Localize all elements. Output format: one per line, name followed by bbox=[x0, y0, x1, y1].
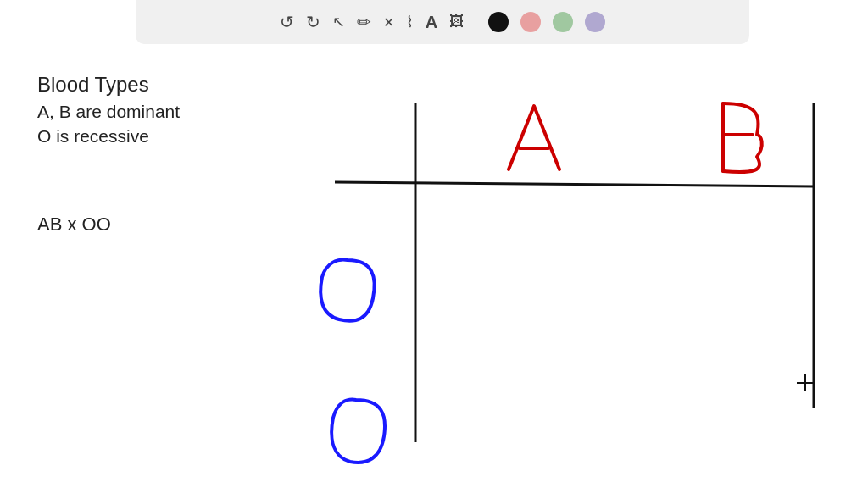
canvas-area: Blood Types A, B are dominant O is reces… bbox=[0, 44, 868, 488]
toolbar-divider bbox=[476, 12, 476, 32]
toolbar: ↺ ↻ ↖ ✏ ✕ ⌇ A 🖼 bbox=[136, 0, 749, 44]
info-line1: A, B are dominant bbox=[37, 99, 180, 124]
color-lavender[interactable] bbox=[585, 12, 605, 32]
eraser-tool[interactable]: ✕ bbox=[383, 14, 394, 30]
pen-tool[interactable]: ✏ bbox=[357, 12, 371, 32]
text-tool[interactable]: A bbox=[426, 13, 437, 32]
redo-button[interactable]: ↻ bbox=[306, 12, 320, 32]
color-pink[interactable] bbox=[520, 12, 541, 32]
undo-button[interactable]: ↺ bbox=[280, 12, 294, 32]
blood-types-title: Blood Types bbox=[37, 70, 180, 99]
highlighter-tool[interactable]: ⌇ bbox=[406, 13, 414, 31]
color-green[interactable] bbox=[553, 12, 573, 32]
title-text: Blood Types A, B are dominant O is reces… bbox=[37, 70, 180, 148]
cross-label: AB x OO bbox=[37, 212, 111, 238]
image-tool[interactable]: 🖼 bbox=[449, 14, 464, 30]
info-line2: O is recessive bbox=[37, 124, 180, 148]
color-black[interactable] bbox=[488, 12, 509, 32]
select-tool[interactable]: ↖ bbox=[332, 13, 345, 31]
